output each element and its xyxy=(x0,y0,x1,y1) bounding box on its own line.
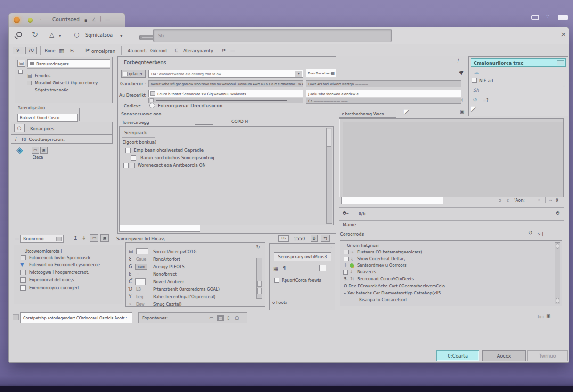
scroll-button[interactable] xyxy=(257,281,262,287)
tree-item-checkbox[interactable] xyxy=(27,81,32,85)
minimize-icon[interactable]: — xyxy=(105,16,110,23)
scrollbar-thumb[interactable] xyxy=(327,129,331,147)
tree-item[interactable]: Ferodos xyxy=(35,74,50,78)
refresh-icon[interactable]: ↻ xyxy=(32,31,38,39)
hand-up-icon[interactable]: ↥ xyxy=(73,235,78,241)
tree-item[interactable]: Séqats trweoo6e xyxy=(35,88,69,92)
grid-icon[interactable]: ▦ xyxy=(273,266,278,271)
nead-label[interactable]: N E ad xyxy=(479,78,493,83)
sh-item[interactable]: Sh xyxy=(473,88,479,93)
option-checkbox[interactable] xyxy=(20,270,26,275)
list-row[interactable]: Prtancrbenit Osrcoredcma GOAL) xyxy=(153,287,220,292)
list-row[interactable]: RahecIrecenOnpat'Ocprenceal) xyxy=(153,294,215,299)
chat-bubble-icon[interactable] xyxy=(531,15,539,20)
list-row[interactable]: Smug Cazrtei) xyxy=(153,302,182,307)
triangle-icon[interactable]: △ xyxy=(49,32,54,38)
folder-icon[interactable]: ○ xyxy=(14,124,25,132)
hand-down-icon[interactable]: ↧ xyxy=(82,235,86,241)
checkbox-2-label[interactable]: Barun sord obchos Soncerpsontnig xyxy=(140,155,214,160)
tree-checkbox[interactable] xyxy=(18,70,23,74)
header-mini-button[interactable] xyxy=(557,60,564,65)
atera-menu[interactable]: Ateracyoamty xyxy=(183,49,213,53)
tree-node[interactable]: Grromrfiatgnoar xyxy=(347,243,379,248)
audrecerikt-select-2[interactable]: J oelu wbe foonwea e enrlew e xyxy=(306,90,461,97)
secondary-button[interactable]: Senosprxary owltiMcos3 xyxy=(274,252,331,261)
pilcrow-icon[interactable]: ¶ xyxy=(283,266,286,271)
checkbox-3-label[interactable]: Woronecact eoa Anrtbeorcia ON xyxy=(138,163,205,168)
list-row[interactable]: Noved Adubeer xyxy=(153,279,184,284)
zoom-menu[interactable]: 45.oonrt. xyxy=(128,49,147,53)
bottom-checkbox[interactable] xyxy=(13,314,19,320)
group-input[interactable]: Butovcrt Good Cosco xyxy=(17,114,78,122)
browse-swatch[interactable] xyxy=(56,237,62,241)
apply-button[interactable]: Aocox xyxy=(482,350,526,361)
browse-dropdown[interactable]: Bnonrnno xyxy=(20,235,64,243)
shield-icon[interactable]: ◈ xyxy=(16,146,23,154)
stamp-tool-button[interactable]: 9· xyxy=(13,47,24,54)
layout-2-button[interactable]: ▣ xyxy=(100,234,109,242)
audrecerikt-select[interactable]: Ecuco b tnotat Scewocate Yw Glq wewnnuu … xyxy=(148,90,303,97)
flag-icon[interactable]: ⊳ xyxy=(85,47,90,53)
report-checkbox[interactable] xyxy=(274,278,279,283)
tree-node[interactable]: Fusteers CO betametrgeeoicars) xyxy=(357,250,422,254)
zoom-dot-icon[interactable]: ◦ xyxy=(538,198,540,203)
scroll-up-button[interactable] xyxy=(556,243,559,249)
prev-page-icon[interactable]: ɔ xyxy=(499,198,501,203)
combo1-arrow[interactable]: ▾ xyxy=(295,71,302,77)
option-checkbox[interactable] xyxy=(20,277,26,283)
scroll-button[interactable] xyxy=(257,288,262,294)
tree-node[interactable]: O Dee ECrwurck Ache Cart CGeemorbechvemC… xyxy=(344,284,445,288)
list-row[interactable]: RoncArtorfort xyxy=(153,257,180,261)
tree-node[interactable]: Show Cocerheat Dettar, xyxy=(357,256,405,261)
gocront-menu[interactable]: Gócront xyxy=(150,49,167,53)
right-panel-header[interactable]: Cmalonurllorca trxc xyxy=(471,58,566,67)
tree-node[interactable]: Bisanpa to Corcacetsorl xyxy=(359,297,407,302)
cloud-icon[interactable]: ☁ xyxy=(473,69,479,75)
small-tool-button[interactable]: ▭ xyxy=(32,147,39,154)
list-scrollbar[interactable] xyxy=(256,258,262,299)
cancel-button[interactable]: Twrnuo xyxy=(527,350,568,361)
radio-label[interactable]: Foteorcpenar Drecd'usocon xyxy=(158,103,222,108)
theta-icon[interactable]: Θ xyxy=(556,211,560,216)
checkbox-2[interactable] xyxy=(131,155,136,161)
checkbox-3[interactable] xyxy=(123,163,129,168)
close-traffic-light[interactable] xyxy=(14,17,20,23)
nead-checkbox[interactable] xyxy=(472,78,477,83)
refresh-small-icon[interactable]: C xyxy=(175,48,178,53)
report-type-field[interactable]: Fopontwnes: ▭ ▦ ▯ ▢ xyxy=(138,312,247,323)
samples-tab[interactable]: Semprack xyxy=(124,130,147,135)
close-icon[interactable]: × xyxy=(560,31,566,38)
sync-icon[interactable]: ↺ xyxy=(473,97,477,103)
konacpoes-row[interactable]: ○ Konacpoes xyxy=(11,122,113,134)
corner-icon[interactable]: ◤ xyxy=(404,108,409,114)
secondary-checkbox[interactable] xyxy=(319,265,326,271)
flag-icon[interactable]: ⊳ xyxy=(222,48,226,53)
design-menu[interactable]: omceipran xyxy=(91,49,115,54)
lg-button[interactable]: LG xyxy=(278,235,289,242)
page-icon[interactable]: ▤ xyxy=(17,60,25,67)
undo-icon[interactable]: ↺ xyxy=(528,230,532,236)
option-item[interactable]: Eupeooorvd del o oe,s xyxy=(29,278,74,282)
list-row[interactable]: Nonofbrrsct xyxy=(153,272,177,277)
b-button[interactable]: B xyxy=(311,235,318,242)
fs-menu[interactable]: ŀs xyxy=(70,48,74,53)
share-icon[interactable]: ∵ xyxy=(546,14,549,19)
report-checkbox-label[interactable]: RpuortCorca foewts xyxy=(282,278,321,283)
tree-search-input[interactable]: Bamusodnagers xyxy=(27,59,110,67)
tree-node[interactable]: Senteordmev u Oorroors xyxy=(357,263,407,268)
scroll-down-button[interactable] xyxy=(556,298,559,303)
company-input[interactable]: Coratpetchp sotodegeodert COrdooceul Osr… xyxy=(20,312,132,323)
rf-row[interactable]: ∕ RF Coodtseprrcron, xyxy=(11,134,113,144)
option-item[interactable]: hdctoogwa I hoopemcrecraot, xyxy=(29,270,89,275)
small-tool-2-button[interactable]: ▣ xyxy=(40,147,48,154)
chevron-down-icon[interactable]: ▾ xyxy=(120,34,123,38)
list-row[interactable]: Aceugy PLEOTS xyxy=(153,264,185,269)
ganubecor-combo[interactable]: awout wrbe wfl gar gan ow woo tewa tew o… xyxy=(148,80,303,87)
collapse-dash[interactable]: — xyxy=(15,236,19,241)
ganubecor-combo-2[interactable]: Lowr ArTbad wlwort wertqw ———— xyxy=(306,80,461,87)
option-item[interactable]: Eoenmorcoyou cucnigert xyxy=(29,286,79,290)
boxed-icon[interactable]: ▣ xyxy=(546,314,550,318)
rone-menu[interactable]: Rone xyxy=(45,49,56,53)
preview-canvas[interactable] xyxy=(339,118,564,197)
preview-tab[interactable]: c brethochamg Woca xyxy=(339,110,396,118)
